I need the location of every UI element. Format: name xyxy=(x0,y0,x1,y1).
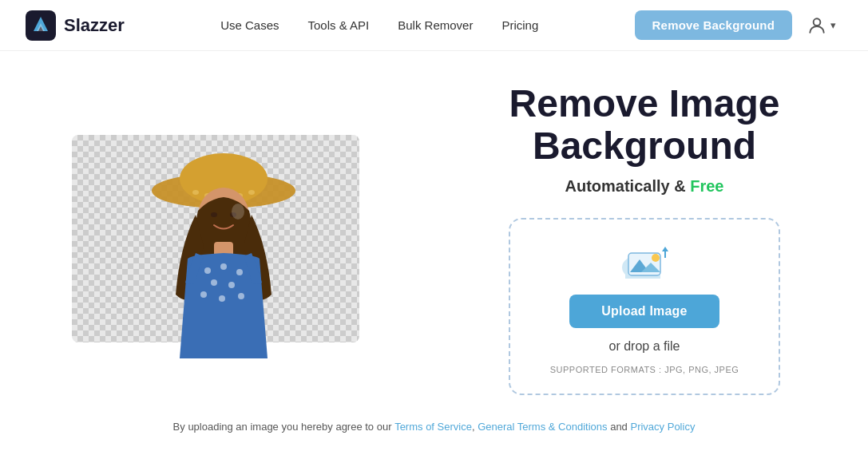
upload-image-button[interactable]: Upload Image xyxy=(569,295,719,328)
svg-point-20 xyxy=(232,204,244,220)
free-badge: Free xyxy=(690,177,723,195)
logo[interactable]: Slazzer xyxy=(26,10,125,41)
person-silhouette-icon xyxy=(120,143,327,358)
terms-of-service-link[interactable]: Terms of Service xyxy=(394,421,472,433)
svg-point-9 xyxy=(211,212,217,217)
nav-pricing[interactable]: Pricing xyxy=(501,18,538,32)
hero-image-area xyxy=(64,119,367,358)
user-icon xyxy=(807,15,827,36)
header-right: Remove Background ▾ xyxy=(635,10,842,41)
nav-bulk-remover[interactable]: Bulk Remover xyxy=(398,18,473,32)
svg-point-12 xyxy=(204,267,211,274)
svg-point-13 xyxy=(220,263,227,270)
hero-content: Remove Image Background Automatically & … xyxy=(421,83,820,395)
footer: By uploading an image you hereby agree t… xyxy=(0,411,868,445)
user-menu[interactable]: ▾ xyxy=(800,10,842,41)
main-content: Remove Image Background Automatically & … xyxy=(0,51,868,411)
svg-point-25 xyxy=(652,254,660,262)
main-nav: Use Cases Tools & API Bulk Remover Prici… xyxy=(220,18,538,32)
footer-static-text: By uploading an image you hereby agree t… xyxy=(173,421,392,433)
drop-text: or drop a file xyxy=(609,339,680,354)
svg-point-14 xyxy=(236,269,243,275)
svg-rect-29 xyxy=(664,251,666,258)
logo-icon xyxy=(26,10,56,41)
svg-marker-28 xyxy=(662,247,668,251)
upload-dropzone[interactable]: Upload Image or drop a file SUPPORTED FO… xyxy=(509,218,780,395)
svg-point-1 xyxy=(814,18,821,26)
svg-point-7 xyxy=(248,190,255,195)
privacy-policy-link[interactable]: Privacy Policy xyxy=(630,421,695,433)
general-terms-link[interactable]: General Terms & Conditions xyxy=(478,421,607,433)
footer-and-text: and xyxy=(610,421,628,433)
nav-use-cases[interactable]: Use Cases xyxy=(220,18,279,32)
hero-subtitle: Automatically & Free xyxy=(565,177,724,196)
nav-tools-api[interactable]: Tools & API xyxy=(307,18,369,32)
hero-person-image xyxy=(88,135,327,358)
chevron-down-icon: ▾ xyxy=(830,19,836,31)
logo-text: Slazzer xyxy=(64,15,125,36)
upload-image-icon xyxy=(619,243,670,283)
svg-point-19 xyxy=(238,293,244,299)
svg-point-18 xyxy=(219,295,225,302)
svg-point-15 xyxy=(211,279,217,286)
svg-point-4 xyxy=(192,190,199,195)
remove-background-button[interactable]: Remove Background xyxy=(635,10,792,40)
svg-point-17 xyxy=(200,291,207,298)
supported-formats: SUPPORTED FORMATS : JPG, PNG, JPEG xyxy=(550,365,739,374)
site-header: Slazzer Use Cases Tools & API Bulk Remov… xyxy=(0,0,868,51)
svg-point-16 xyxy=(228,282,235,288)
hero-title: Remove Image Background xyxy=(509,83,780,168)
